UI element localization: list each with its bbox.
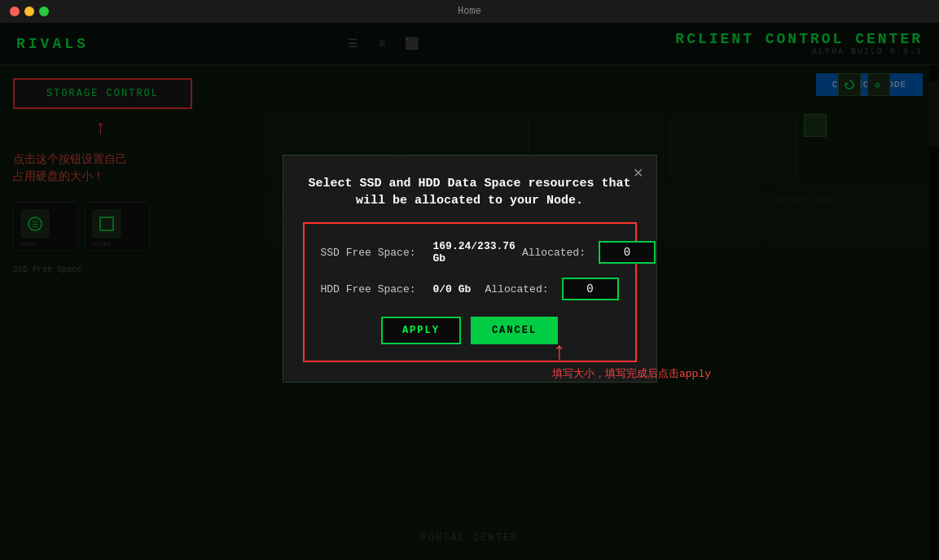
hdd-value: 0/0 Gb xyxy=(433,283,472,295)
title-bar: Home xyxy=(0,0,939,23)
traffic-lights xyxy=(10,7,49,16)
modal-title: Select SSD and HDD Data Space resources … xyxy=(303,175,637,209)
hdd-allocated-label: Allocated: xyxy=(485,283,548,295)
storage-modal: ✕ Select SSD and HDD Data Space resource… xyxy=(283,155,657,383)
ssd-value: 169.24/233.76 Gb xyxy=(433,240,516,265)
close-button[interactable] xyxy=(10,7,20,16)
modal-buttons: APPLY CANCEL xyxy=(321,317,619,344)
minimize-button[interactable] xyxy=(24,7,34,16)
hdd-label: HDD Free Space: xyxy=(321,283,427,295)
ssd-row: SSD Free Space: 169.24/233.76 Gb Allocat… xyxy=(321,240,619,265)
apply-button[interactable]: APPLY xyxy=(381,317,461,344)
ssd-label: SSD Free Space: xyxy=(321,247,427,259)
fullscreen-button[interactable] xyxy=(39,7,49,16)
app-background: RIVALS ☰ ≡ ⬛ RCLIENT CONTROL CENTER ALPH… xyxy=(0,23,939,560)
ssd-allocated-input[interactable] xyxy=(599,241,656,264)
ssd-allocated-label: Allocated: xyxy=(522,247,586,259)
hdd-allocated-input[interactable] xyxy=(562,278,619,300)
hdd-row: HDD Free Space: 0/0 Gb Allocated: xyxy=(321,278,619,300)
cancel-button[interactable]: CANCEL xyxy=(471,317,558,344)
modal-inner: SSD Free Space: 169.24/233.76 Gb Allocat… xyxy=(303,222,637,362)
modal-close-button[interactable]: ✕ xyxy=(633,165,643,181)
window-title: Home xyxy=(458,6,481,17)
